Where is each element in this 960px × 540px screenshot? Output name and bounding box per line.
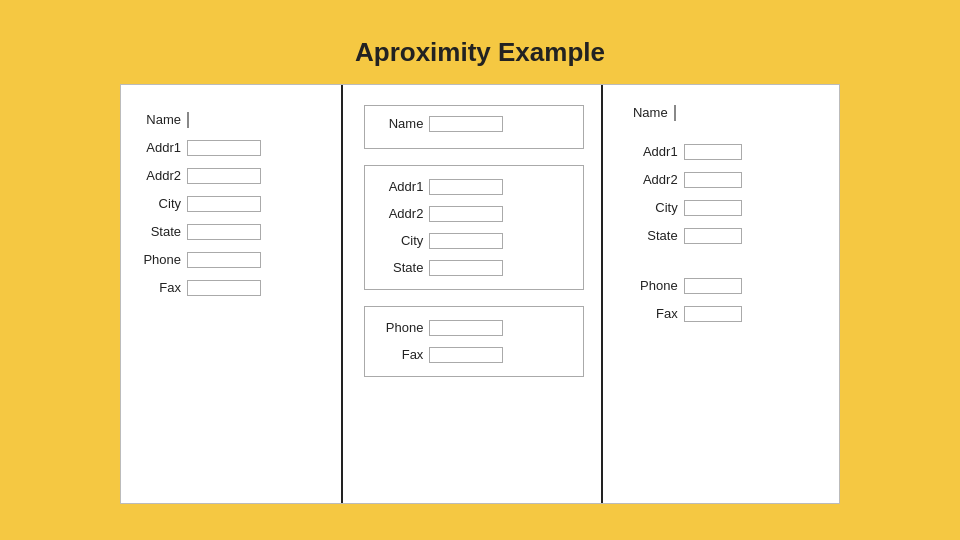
right-phone-box[interactable] xyxy=(684,278,742,294)
mid-state-label: State xyxy=(379,260,423,275)
mid-addr1-label: Addr1 xyxy=(379,179,423,194)
mid-phone-row: Phone xyxy=(379,317,568,339)
left-phone-label: Phone xyxy=(137,252,181,267)
mid-addr1-row: Addr1 xyxy=(379,176,568,198)
left-city-row: City xyxy=(137,193,324,215)
right-name-label: Name xyxy=(624,105,668,120)
left-city-label: City xyxy=(137,196,181,211)
mid-phone-label: Phone xyxy=(379,320,423,335)
right-addr2-row: Addr2 xyxy=(624,169,823,191)
right-phone-row: Phone xyxy=(624,275,823,297)
mid-city-box[interactable] xyxy=(429,233,503,249)
mid-fax-label: Fax xyxy=(379,347,423,362)
right-phone-label: Phone xyxy=(624,278,678,293)
mid-group2: Addr1 Addr2 City State xyxy=(364,165,583,290)
mid-group3: Phone Fax xyxy=(364,306,583,377)
right-state-box[interactable] xyxy=(684,228,742,244)
right-addr1-label: Addr1 xyxy=(624,144,678,159)
right-city-row: City xyxy=(624,197,823,219)
right-fax-box[interactable] xyxy=(684,306,742,322)
right-name-row: Name xyxy=(624,105,823,121)
main-box: Name Addr1 Addr2 City State Phone Fax xyxy=(120,84,840,504)
mid-name-box[interactable] xyxy=(429,116,503,132)
mid-phone-box[interactable] xyxy=(429,320,503,336)
right-section: Name Addr1 Addr2 City State Phone Fax xyxy=(600,85,839,503)
left-addr2-box[interactable] xyxy=(187,168,261,184)
mid-fax-row: Fax xyxy=(379,344,568,366)
left-city-box[interactable] xyxy=(187,196,261,212)
left-divider xyxy=(341,85,343,503)
mid-name-label: Name xyxy=(379,116,423,131)
right-city-box[interactable] xyxy=(684,200,742,216)
left-state-label: State xyxy=(137,224,181,239)
right-fax-label: Fax xyxy=(624,306,678,321)
right-divider xyxy=(601,85,603,503)
right-addr1-box[interactable] xyxy=(684,144,742,160)
right-city-label: City xyxy=(624,200,678,215)
left-fax-box[interactable] xyxy=(187,280,261,296)
left-phone-box[interactable] xyxy=(187,252,261,268)
left-addr1-label: Addr1 xyxy=(137,140,181,155)
left-addr2-label: Addr2 xyxy=(137,168,181,183)
mid-addr2-box[interactable] xyxy=(429,206,503,222)
right-addr2-box[interactable] xyxy=(684,172,742,188)
left-addr1-row: Addr1 xyxy=(137,137,324,159)
mid-addr2-label: Addr2 xyxy=(379,206,423,221)
middle-section: Name Addr1 Addr2 City State xyxy=(340,85,599,503)
mid-group1: Name xyxy=(364,105,583,149)
left-addr1-box[interactable] xyxy=(187,140,261,156)
right-addr2-label: Addr2 xyxy=(624,172,678,187)
right-state-row: State xyxy=(624,225,823,247)
mid-state-row: State xyxy=(379,257,568,279)
mid-city-row: City xyxy=(379,230,568,252)
right-addr1-row: Addr1 xyxy=(624,141,823,163)
left-name-row: Name xyxy=(137,109,324,131)
left-state-box[interactable] xyxy=(187,224,261,240)
right-state-label: State xyxy=(624,228,678,243)
mid-city-label: City xyxy=(379,233,423,248)
left-section: Name Addr1 Addr2 City State Phone Fax xyxy=(121,85,340,503)
left-fax-label: Fax xyxy=(137,280,181,295)
left-state-row: State xyxy=(137,221,324,243)
mid-name-row: Name xyxy=(379,116,568,132)
page-title: Aproximity Example xyxy=(355,37,605,68)
right-fax-row: Fax xyxy=(624,303,823,325)
left-phone-row: Phone xyxy=(137,249,324,271)
left-name-label: Name xyxy=(137,112,181,127)
mid-fax-box[interactable] xyxy=(429,347,503,363)
mid-state-box[interactable] xyxy=(429,260,503,276)
mid-addr1-box[interactable] xyxy=(429,179,503,195)
left-fax-row: Fax xyxy=(137,277,324,299)
mid-addr2-row: Addr2 xyxy=(379,203,568,225)
left-addr2-row: Addr2 xyxy=(137,165,324,187)
